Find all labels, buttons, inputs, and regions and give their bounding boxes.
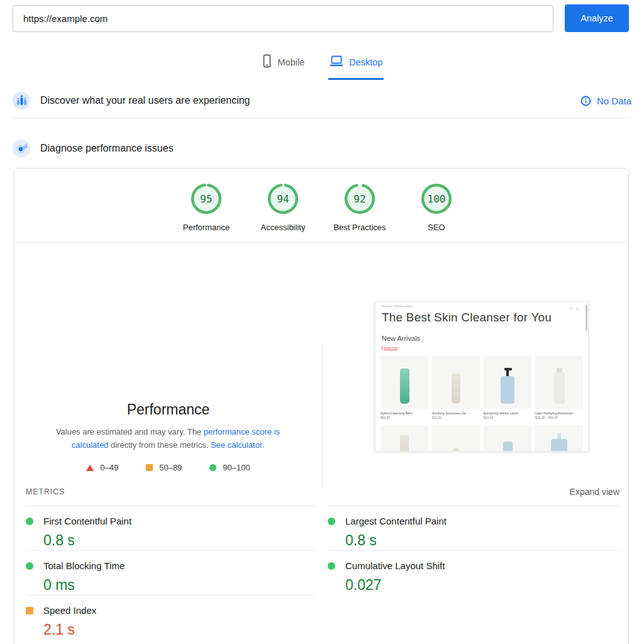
section-divider	[13, 118, 630, 118]
tab-desktop[interactable]: Desktop	[328, 52, 384, 80]
metric-name: Speed Index	[43, 605, 96, 616]
product-price: $52.95	[380, 416, 390, 419]
thumbnail-subheading: New Arrivals	[382, 335, 420, 342]
legend-pass: 90–100	[209, 463, 250, 472]
metric-total-blocking-time: Total Blocking Time 0 ms	[26, 550, 315, 595]
thumbnail-shop-now-link: Shop now	[382, 346, 397, 350]
category-scores-row: 95 Performance 94 Accessibility 92	[14, 182, 628, 232]
metric-name: Cumulative Layout Shift	[345, 560, 445, 571]
score-seo[interactable]: 100 SEO	[398, 182, 475, 232]
thumbnail-nav-icons	[570, 307, 579, 310]
product-tile	[535, 425, 583, 452]
product-tile	[484, 425, 531, 452]
product-price: $20.50	[484, 416, 493, 419]
no-data-status[interactable]: No Data	[580, 96, 631, 106]
metrics-header: METRICS Expand view	[26, 487, 619, 497]
device-tabs: Mobile Desktop	[0, 52, 644, 80]
metric-cumulative-layout-shift: Cumulative Layout Shift 0.027	[328, 550, 619, 595]
product-price: $24.50	[432, 416, 441, 419]
product-tile	[380, 356, 428, 409]
tab-desktop-label: Desktop	[349, 57, 382, 67]
mobile-phone-icon	[262, 54, 272, 70]
blue-pump-bottle-product	[501, 376, 514, 404]
discover-title: Discover what your real users are experi…	[40, 95, 250, 106]
metric-largest-contentful-paint: Largest Contentful Paint 0.8 s	[328, 506, 619, 550]
page-screenshot-thumbnail[interactable]: Welcome to Flawless Store The Best Skin …	[375, 301, 589, 452]
pass-circle-icon	[209, 464, 216, 471]
accessibility-score-label: Accessibility	[245, 223, 321, 232]
real-users-chart-icon	[13, 92, 30, 109]
expand-view-button[interactable]: Expand view	[570, 487, 619, 497]
diagnose-section-header: Diagnose performance issues	[13, 140, 631, 157]
cream-tube-product	[400, 435, 409, 452]
average-score-square-icon	[26, 607, 33, 614]
thumbnail-scrollbar	[586, 304, 587, 331]
metrics-column-left: First Contentful Paint 0.8 s Total Block…	[26, 506, 315, 640]
seo-score-value: 100	[420, 182, 453, 215]
performance-score-label: Performance	[168, 223, 245, 232]
product-name: Calm Hydrating Moisturiser	[535, 411, 573, 415]
disclaimer-text-1: Values are estimated and may vary. The	[56, 427, 204, 436]
see-calculator-link[interactable]: See calculator.	[211, 440, 264, 450]
score-accessibility[interactable]: 94 Accessibility	[245, 182, 321, 232]
green-tube-product	[400, 369, 409, 404]
performance-section-title: Performance	[14, 401, 322, 418]
score-disclaimer: Values are estimated and may vary. The p…	[45, 425, 291, 452]
score-range-legend: 0–49 50–89 90–100	[14, 463, 322, 472]
legend-average: 50–89	[146, 463, 182, 472]
product-name: Energizing Marine Lotion	[484, 411, 518, 415]
product-tile	[432, 356, 480, 409]
no-data-label: No Data	[597, 96, 631, 106]
discover-section-header: Discover what your real users are experi…	[13, 92, 631, 109]
tab-mobile[interactable]: Mobile	[260, 52, 306, 80]
product-tile	[432, 425, 480, 452]
metric-name: First Contentful Paint	[43, 516, 131, 526]
accessibility-gauge: 94	[267, 182, 299, 215]
metric-value: 0 ms	[43, 577, 315, 594]
metric-value: 0.8 s	[345, 532, 619, 549]
pouch-product	[442, 448, 470, 452]
legend-pass-range: 90–100	[223, 463, 250, 472]
tab-mobile-label: Mobile	[278, 57, 305, 67]
product-tile	[484, 356, 531, 409]
best-practices-score-label: Best Practices	[321, 223, 398, 232]
best-practices-gauge: 92	[343, 182, 376, 215]
score-performance[interactable]: 95 Performance	[168, 182, 245, 232]
metric-name: Largest Contentful Paint	[345, 516, 447, 526]
good-score-dot-icon	[328, 562, 335, 570]
blue-tube-product	[503, 441, 513, 452]
url-input[interactable]	[13, 5, 553, 32]
analyze-button[interactable]: Analyze	[565, 4, 629, 32]
good-score-dot-icon	[26, 562, 33, 570]
thumbnail-product-row-2	[380, 425, 583, 452]
thumbnail-product-captions: Hybrid Cleansing Balm $52.95 Soothing Su…	[380, 411, 583, 420]
seo-score-label: SEO	[398, 223, 475, 232]
performance-gauge: 95	[190, 182, 223, 215]
legend-average-range: 50–89	[159, 463, 182, 472]
average-square-icon	[146, 464, 153, 471]
best-practices-score-value: 92	[343, 182, 376, 215]
metric-speed-index: Speed Index 2.1 s	[26, 595, 315, 640]
thumbnail-headline: The Best Skin Cleanser for You	[382, 311, 552, 325]
product-name: Soothing Sunscreen Gel	[432, 411, 466, 415]
thumbnail-topbar-text: Welcome to Flawless Store	[382, 304, 412, 308]
disclaimer-text-2: directly from these metrics.	[108, 440, 211, 450]
desktop-laptop-icon	[330, 55, 343, 69]
seo-gauge: 100	[420, 182, 453, 215]
metric-name: Total Blocking Time	[43, 560, 125, 571]
product-price: $29.95 – $54.95	[535, 416, 558, 419]
metric-first-contentful-paint: First Contentful Paint 0.8 s	[26, 506, 315, 550]
blue-bottle-product	[551, 439, 567, 452]
lighthouse-report-card: 95 Performance 94 Accessibility 92	[14, 168, 629, 644]
legend-fail: 0–49	[86, 463, 118, 472]
good-score-dot-icon	[26, 518, 33, 525]
url-input-container	[13, 5, 553, 32]
metric-value: 0.027	[345, 577, 619, 594]
product-name: Hybrid Cleansing Balm	[380, 411, 413, 415]
column-divider	[322, 343, 323, 488]
fail-triangle-icon	[86, 465, 94, 471]
accessibility-score-value: 94	[267, 182, 299, 215]
metric-value: 2.1 s	[43, 621, 315, 638]
product-tile	[535, 356, 583, 409]
score-best-practices[interactable]: 92 Best Practices	[321, 182, 398, 232]
